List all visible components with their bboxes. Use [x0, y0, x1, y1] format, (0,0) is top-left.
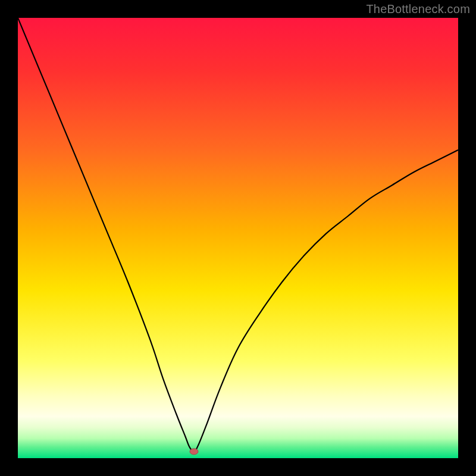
chart-svg [18, 18, 458, 458]
plot-area [18, 18, 458, 458]
optimal-point-marker [190, 449, 198, 455]
watermark-text: TheBottleneck.com [366, 2, 470, 16]
chart-frame: TheBottleneck.com [0, 0, 476, 476]
gradient-background [18, 18, 458, 458]
